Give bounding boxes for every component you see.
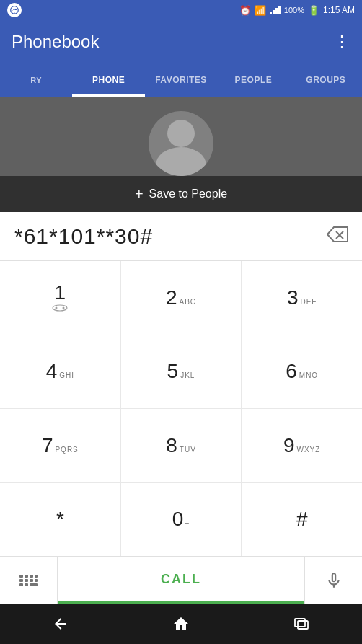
key-9-sub: WXYZ	[297, 446, 321, 454]
key-9[interactable]: 9 WXYZ	[242, 409, 362, 482]
avatar-area: + Save to People	[0, 97, 362, 212]
tab-groups[interactable]: GROUPS	[290, 63, 362, 97]
avatar	[149, 111, 213, 176]
avatar-head	[167, 120, 195, 147]
key-1-sub	[52, 304, 68, 313]
recents-icon	[293, 615, 310, 632]
tab-favorites[interactable]: FAVORITES	[145, 63, 217, 97]
keyboard-button[interactable]	[0, 557, 58, 604]
microphone-icon	[325, 571, 343, 590]
key-3-main: 3	[287, 288, 299, 308]
svg-rect-7	[298, 621, 308, 629]
signal-icon	[270, 6, 281, 14]
key-7[interactable]: 7 PQRS	[0, 409, 121, 482]
backspace-button[interactable]	[320, 219, 355, 254]
svg-point-5	[63, 306, 65, 309]
wifi-icon: 📶	[255, 5, 266, 16]
status-bar-left	[7, 3, 22, 17]
tab-phone-label: PHONE	[92, 75, 125, 85]
key-3[interactable]: 3 DEF	[242, 261, 362, 335]
battery-icon: 🔋	[308, 5, 319, 16]
key-0-sub: +	[185, 519, 190, 527]
key-hash-main: #	[296, 509, 308, 529]
key-6-sub: MNO	[299, 371, 318, 379]
app-header: Phonebook ⋮	[0, 20, 362, 63]
svg-point-4	[56, 306, 58, 309]
page-title: Phonebook	[12, 32, 99, 52]
status-bar-right: ⏰ 📶 100% 🔋 1:15 AM	[239, 5, 355, 16]
status-time: 1:15 AM	[323, 5, 355, 15]
more-options-button[interactable]: ⋮	[334, 32, 350, 51]
key-9-main: 9	[283, 436, 295, 456]
key-hash[interactable]: #	[242, 483, 362, 557]
tab-phone[interactable]: PHONE	[72, 63, 144, 97]
key-5[interactable]: 5 JKL	[121, 335, 242, 409]
save-plus-icon: +	[135, 186, 144, 203]
key-0[interactable]: 0 +	[121, 483, 242, 557]
key-5-main: 5	[167, 361, 179, 381]
key-star-main: *	[56, 509, 64, 529]
backspace-icon	[327, 225, 348, 247]
key-4-sub: GHI	[59, 371, 74, 379]
key-4[interactable]: 4 GHI	[0, 335, 121, 409]
dialpad-row-1: 1 2 ABC 3 DEF	[0, 261, 362, 335]
key-7-sub: PQRS	[55, 446, 78, 454]
dialpad: 1 2 ABC 3 DEF 4 GHI 5	[0, 261, 362, 556]
key-8-sub: TUV	[180, 446, 196, 454]
tab-groups-label: GROUPS	[306, 75, 345, 85]
save-to-people-label: Save to People	[149, 188, 228, 200]
svg-marker-0	[327, 227, 348, 242]
alarm-icon: ⏰	[239, 5, 251, 16]
dialpad-row-3: 7 PQRS 8 TUV 9 WXYZ	[0, 409, 362, 483]
tab-bar: RY PHONE FAVORITES PEOPLE GROUPS	[0, 63, 362, 97]
home-icon	[172, 615, 190, 632]
key-1[interactable]: 1	[0, 261, 121, 335]
call-button[interactable]: CALL	[58, 557, 304, 604]
key-2-main: 2	[166, 288, 177, 308]
bottom-action-bar: CALL	[0, 556, 362, 604]
svg-rect-6	[295, 619, 305, 627]
key-8[interactable]: 8 TUV	[121, 409, 242, 482]
key-6-main: 6	[286, 361, 297, 381]
battery-label: 100%	[284, 6, 304, 14]
dial-input-area: *61*101**30#	[0, 212, 362, 261]
key-3-sub: DEF	[300, 298, 317, 306]
home-button[interactable]	[163, 609, 199, 638]
key-star[interactable]: *	[0, 483, 121, 557]
microphone-button[interactable]	[304, 557, 362, 604]
dial-display: *61*101**30#	[14, 224, 320, 249]
key-1-main: 1	[55, 283, 66, 303]
recents-button[interactable]	[283, 609, 319, 638]
nav-bar	[0, 604, 362, 644]
back-icon	[52, 615, 69, 632]
key-6[interactable]: 6 MNO	[242, 335, 362, 409]
key-5-sub: JKL	[180, 371, 195, 379]
svg-point-3	[53, 305, 67, 311]
key-4-main: 4	[46, 361, 58, 381]
key-7-main: 7	[42, 436, 53, 456]
status-bar: ⏰ 📶 100% 🔋 1:15 AM	[0, 0, 362, 20]
keyboard-icon	[19, 575, 38, 586]
key-2[interactable]: 2 ABC	[121, 261, 242, 335]
dialpad-row-2: 4 GHI 5 JKL 6 MNO	[0, 335, 362, 410]
key-2-sub: ABC	[180, 298, 197, 306]
dialpad-row-4: * 0 + #	[0, 483, 362, 557]
call-label: CALL	[161, 572, 201, 587]
tab-favorites-label: FAVORITES	[155, 75, 207, 85]
key-8-main: 8	[166, 436, 177, 456]
key-0-main: 0	[172, 509, 184, 529]
tab-people-label: PEOPLE	[235, 75, 273, 85]
save-to-people-button[interactable]: + Save to People	[0, 176, 362, 212]
back-button[interactable]	[43, 609, 79, 638]
avatar-body	[156, 147, 206, 176]
tab-history[interactable]: RY	[0, 63, 72, 97]
messenger-icon	[7, 3, 22, 17]
tab-history-label: RY	[30, 76, 42, 84]
tab-people[interactable]: PEOPLE	[217, 63, 289, 97]
